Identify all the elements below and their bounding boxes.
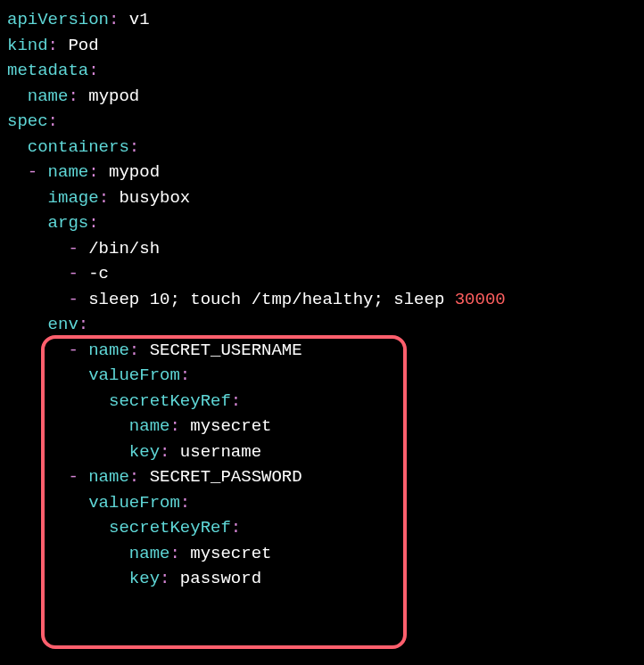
yaml-key: secretKeyRef	[7, 518, 231, 538]
yaml-key: name	[88, 341, 129, 360]
yaml-colon: :	[160, 442, 169, 462]
yaml-number: 30000	[455, 290, 506, 309]
code-line: - name: mypod	[7, 160, 637, 185]
yaml-colon: :	[68, 86, 78, 106]
yaml-key: key	[7, 442, 160, 462]
yaml-value: mysecret	[180, 544, 272, 563]
yaml-key: name	[48, 162, 89, 182]
code-line: metadata:	[7, 58, 637, 84]
yaml-value: password	[169, 569, 261, 588]
code-line: key: password	[7, 566, 637, 592]
yaml-key: valueFrom	[7, 365, 180, 385]
yaml-value: SECRET_PASSWORD	[139, 467, 301, 487]
yaml-key: kind	[7, 36, 48, 55]
yaml-colon: :	[231, 518, 241, 538]
yaml-dash: -	[7, 162, 48, 182]
code-line: name: mysecret	[7, 414, 637, 439]
yaml-value: /bin/sh	[88, 239, 160, 259]
yaml-value: username	[169, 442, 261, 462]
yaml-colon: :	[99, 188, 109, 208]
code-line: apiVersion: v1	[7, 7, 637, 33]
yaml-colon: :	[88, 213, 98, 233]
yaml-colon: :	[109, 10, 119, 29]
yaml-colon: :	[48, 111, 58, 131]
code-line: secretKeyRef:	[7, 515, 637, 541]
yaml-key: spec	[7, 111, 48, 131]
code-line: - name: SECRET_USERNAME	[7, 338, 637, 364]
code-line: args:	[7, 210, 637, 236]
code-line: - name: SECRET_PASSWORD	[7, 464, 637, 490]
code-line: name: mypod	[7, 84, 637, 110]
yaml-value: sleep 10; touch /tmp/healthy; sleep	[88, 290, 454, 309]
yaml-colon: :	[129, 137, 139, 157]
yaml-dash: -	[7, 264, 88, 283]
yaml-colon: :	[129, 341, 139, 360]
code-line: key: username	[7, 439, 637, 465]
yaml-colon: :	[160, 569, 169, 588]
yaml-colon: :	[129, 467, 139, 487]
yaml-key: key	[7, 569, 160, 588]
yaml-key: args	[7, 213, 88, 233]
code-line: - /bin/sh	[7, 236, 637, 262]
code-line: containers:	[7, 135, 637, 160]
yaml-colon: :	[78, 315, 88, 334]
yaml-dash: -	[7, 341, 88, 360]
yaml-key: metadata	[7, 61, 88, 80]
yaml-key: valueFrom	[7, 493, 180, 513]
yaml-colon: :	[231, 391, 241, 411]
yaml-key: name	[88, 467, 129, 487]
yaml-key: image	[7, 188, 99, 208]
yaml-key: name	[7, 86, 68, 106]
yaml-value: mysecret	[180, 416, 272, 436]
yaml-key: name	[7, 544, 169, 563]
yaml-value: mypod	[99, 162, 160, 182]
yaml-key: apiVersion	[7, 10, 109, 29]
code-line: env:	[7, 312, 637, 338]
yaml-value: Pod	[58, 36, 99, 55]
yaml-colon: :	[48, 36, 58, 55]
code-line: image: busybox	[7, 185, 637, 211]
code-line: name: mysecret	[7, 541, 637, 567]
yaml-key: containers	[7, 137, 129, 157]
yaml-dash: -	[7, 467, 88, 487]
yaml-colon: :	[169, 416, 179, 436]
code-line: valueFrom:	[7, 490, 637, 516]
code-line: spec:	[7, 109, 637, 135]
yaml-colon: :	[169, 544, 179, 563]
yaml-code-block: apiVersion: v1 kind: Pod metadata: name:…	[7, 7, 637, 592]
yaml-value: v1	[119, 10, 149, 29]
yaml-value: mypod	[78, 86, 139, 106]
yaml-value: SECRET_USERNAME	[139, 341, 301, 360]
yaml-dash: -	[7, 239, 88, 259]
code-line: - sleep 10; touch /tmp/healthy; sleep 30…	[7, 287, 637, 313]
yaml-colon: :	[180, 365, 190, 385]
yaml-colon: :	[88, 61, 98, 80]
code-line: - -c	[7, 261, 637, 287]
yaml-colon: :	[88, 162, 98, 182]
code-line: secretKeyRef:	[7, 389, 637, 415]
yaml-key: secretKeyRef	[7, 391, 231, 411]
yaml-key: name	[7, 416, 169, 436]
yaml-value: -c	[88, 264, 109, 283]
yaml-value: busybox	[109, 188, 190, 208]
yaml-colon: :	[180, 493, 190, 513]
code-line: kind: Pod	[7, 33, 637, 59]
yaml-dash: -	[7, 290, 88, 309]
yaml-key: env	[7, 315, 78, 334]
code-line: valueFrom:	[7, 363, 637, 389]
